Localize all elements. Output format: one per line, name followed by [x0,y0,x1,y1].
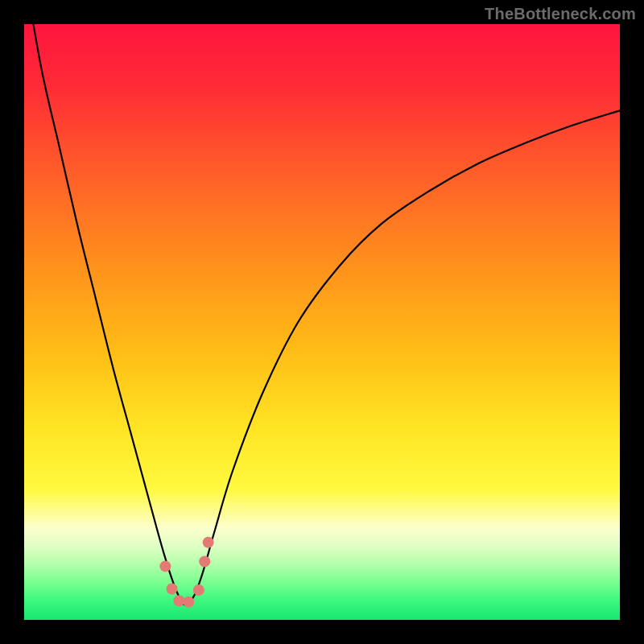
curve-marker [183,597,194,608]
curve-marker [203,537,214,548]
chart-frame: TheBottleneck.com [0,0,644,644]
curve-marker [173,595,184,606]
watermark-label: TheBottleneck.com [485,5,636,23]
curve-marker [193,584,204,596]
curve-marker [199,555,210,567]
bottleneck-curve [24,24,620,620]
plot-area [24,24,620,620]
curve-marker [167,584,178,595]
curve-marker [159,560,171,572]
